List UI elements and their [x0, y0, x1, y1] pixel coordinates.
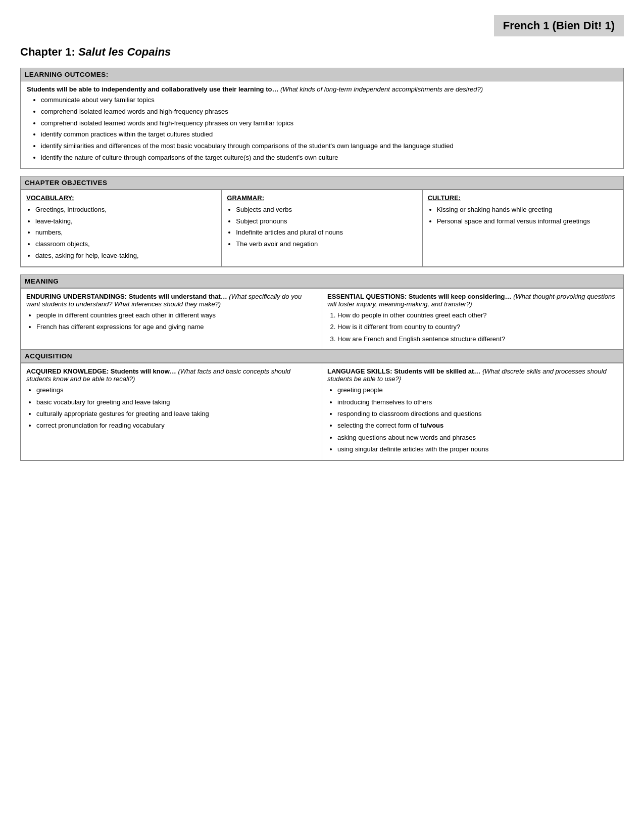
learning-outcomes-body: Students will be able to independently a… [21, 81, 623, 168]
list-item: Subjects and verbs [236, 205, 417, 215]
chapter-objectives-section: CHAPTER OBJECTIVES VOCABULARY: Greetings… [20, 176, 624, 267]
language-skills-header: LANGUAGE SKILLS: Students will be skille… [327, 367, 618, 383]
vocabulary-column: VOCABULARY: Greetings, introductions, le… [21, 190, 222, 266]
learning-outcomes-header: LEARNING OUTCOMES: [21, 68, 623, 81]
list-item: How is it different from country to coun… [337, 321, 618, 332]
vocabulary-list: Greetings, introductions, leave-taking, … [26, 205, 216, 261]
list-item: Personal space and formal versus informa… [437, 216, 618, 227]
essential-list: How do people in other countries greet e… [327, 310, 618, 344]
acquisition-header: ACQUISITION [21, 350, 623, 363]
list-item: asking questions about new words and phr… [337, 432, 618, 443]
list-item: basic vocabulary for greeting and leave … [36, 397, 317, 407]
list-item: selecting the correct form of tu/vous [337, 420, 618, 431]
list-item: responding to classroom directions and q… [337, 408, 618, 419]
culture-column: CULTURE: Kissing or shaking hands while … [422, 190, 623, 266]
list-item: greeting people [337, 385, 618, 395]
culture-list: Kissing or shaking hands while greeting … [428, 205, 618, 227]
acquisition-table: ACQUIRED KNOWLEDGE: Students will know… … [21, 363, 623, 460]
chapter-title: Chapter 1: Salut les Copains [20, 45, 624, 59]
list-item: communicate about very familiar topics [41, 95, 617, 106]
list-item: French has different expressions for age… [36, 321, 317, 332]
meaning-table: ENDURING UNDERSTANDINGS: Students will u… [21, 288, 623, 350]
list-item: culturally appropriate gestures for gree… [36, 408, 317, 419]
outcomes-list: communicate about very familiar topics c… [27, 95, 617, 163]
outcomes-intro: Students will be able to independently a… [27, 85, 617, 93]
list-item: Subject pronouns [236, 216, 417, 227]
list-item: comprehend isolated learned words and hi… [41, 107, 617, 117]
list-item: comprehend isolated learned words and hi… [41, 118, 617, 129]
page-title: French 1 (Bien Dit! 1) [494, 15, 624, 36]
acquired-knowledge-column: ACQUIRED KNOWLEDGE: Students will know… … [21, 363, 322, 460]
list-item: How do people in other countries greet e… [337, 310, 618, 320]
list-item: Indefinite articles and plural of nouns [236, 227, 417, 238]
list-item: people in different countries greet each… [36, 310, 317, 320]
list-item: numbers, [35, 227, 216, 238]
objectives-table: VOCABULARY: Greetings, introductions, le… [21, 190, 623, 267]
grammar-header: GRAMMAR: [227, 194, 417, 202]
list-item: classroom objects, [35, 239, 216, 250]
meaning-header: MEANING [21, 275, 623, 288]
list-item: identify similarities and differences of… [41, 141, 617, 152]
acquired-knowledge-header: ACQUIRED KNOWLEDGE: Students will know… … [26, 367, 317, 383]
enduring-list: people in different countries greet each… [26, 310, 317, 333]
chapter-objectives-header: CHAPTER OBJECTIVES [21, 176, 623, 190]
language-skills-list: greeting people introducing themselves t… [327, 385, 618, 455]
enduring-understandings-column: ENDURING UNDERSTANDINGS: Students will u… [21, 288, 322, 349]
list-item: Greetings, introductions, [35, 205, 216, 215]
essential-questions-column: ESSENTIAL QUESTIONS: Students will keep … [322, 288, 623, 349]
list-item: identify common practices within the tar… [41, 129, 617, 140]
culture-header: CULTURE: [428, 194, 618, 202]
list-item: leave-taking, [35, 216, 216, 227]
vocabulary-header: VOCABULARY: [26, 194, 216, 202]
page-header: French 1 (Bien Dit! 1) [20, 15, 624, 36]
language-skills-column: LANGUAGE SKILLS: Students will be skille… [322, 363, 623, 460]
grammar-list: Subjects and verbs Subject pronouns Inde… [227, 205, 417, 250]
list-item: using singular definite articles with th… [337, 444, 618, 454]
list-item: The verb avoir and negation [236, 239, 417, 250]
learning-outcomes-section: LEARNING OUTCOMES: Students will be able… [20, 68, 624, 169]
meaning-section: MEANING ENDURING UNDERSTANDINGS: Student… [20, 274, 624, 461]
grammar-column: GRAMMAR: Subjects and verbs Subject pron… [222, 190, 422, 266]
essential-header: ESSENTIAL QUESTIONS: Students will keep … [327, 293, 618, 308]
list-item: correct pronunciation for reading vocabu… [36, 420, 317, 431]
list-item: identify the nature of culture through c… [41, 153, 617, 163]
acquired-knowledge-list: greetings basic vocabulary for greeting … [26, 385, 317, 431]
list-item: How are French and English sentence stru… [337, 334, 618, 344]
list-item: Kissing or shaking hands while greeting [437, 205, 618, 215]
list-item: introducing themselves to others [337, 397, 618, 407]
enduring-header: ENDURING UNDERSTANDINGS: Students will u… [26, 293, 317, 308]
list-item: greetings [36, 385, 317, 395]
list-item: dates, asking for help, leave-taking, [35, 251, 216, 261]
